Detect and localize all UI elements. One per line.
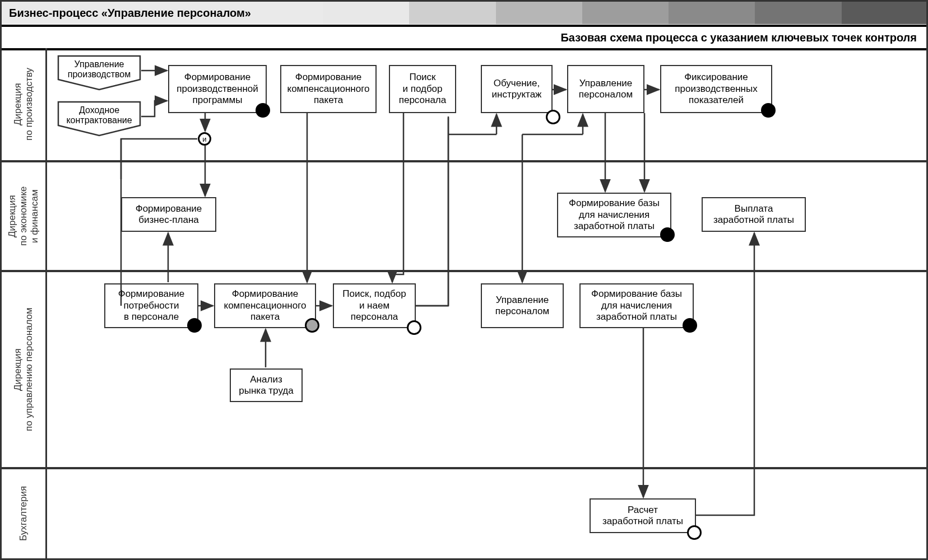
header-gradient: [323, 2, 928, 24]
node-hire: Поиск, подбори наемперсонала: [333, 283, 416, 328]
doc-text: Управлениепроизводством: [57, 59, 141, 80]
lane-label-accounting: Бухгалтерия: [2, 469, 45, 558]
lane-labels: Дирекцияпо производству Дирекцияпо эконо…: [0, 48, 47, 558]
node-payroll: Расчетзаработной платы: [590, 498, 696, 533]
node-form-program: Формированиепроизводственнойпрограммы: [168, 65, 267, 113]
diagram-header: Бизнес-процесс «Управление персоналом»: [0, 0, 928, 24]
node-biz-plan: Формированиебизнес-плана: [121, 197, 216, 232]
subheader-text: Базовая схема процесса с указанием ключе…: [560, 31, 917, 44]
control-point-black-icon: [761, 103, 776, 118]
node-mgmt-hr: Управлениеперсоналом: [481, 283, 564, 328]
control-point-black-icon: [660, 227, 675, 242]
lane-label-hr: Дирекцияпо управлению персоналом: [2, 272, 45, 467]
control-point-black-icon: [683, 318, 697, 333]
doc-production-mgmt: Управлениепроизводством: [57, 55, 141, 92]
node-payout: Выплатазаработной платы: [702, 197, 806, 232]
control-point-black-icon: [256, 103, 270, 118]
node-training: Обучение,инструктаж: [481, 65, 553, 113]
node-need: Формированиепотребностив персонале: [104, 283, 198, 328]
gateway-and-icon: и: [198, 132, 211, 146]
control-point-white-icon: [407, 320, 421, 335]
lane-label-production: Дирекцияпо производству: [2, 48, 45, 160]
control-point-black-icon: [187, 318, 202, 333]
header-title: Бизнес-процесс «Управление персоналом»: [0, 7, 323, 20]
node-fix-perf: Фиксированиепроизводственныхпоказателей: [660, 65, 772, 113]
node-search: Поиски подборперсонала: [389, 65, 456, 113]
doc-text: Доходноеконтрактование: [57, 105, 141, 126]
node-form-comp-hr: Формированиекомпенсационногопакета: [214, 283, 316, 328]
node-base-hr: Формирование базыдля начислениязаработно…: [579, 283, 694, 328]
control-point-white-icon: [687, 525, 702, 540]
swimlane-diagram: Бизнес-процесс «Управление персоналом» Б…: [0, 0, 928, 560]
lane-divider: [0, 270, 928, 272]
node-form-comp-top: Формированиекомпенсационногопакета: [280, 65, 377, 113]
lane-divider: [0, 467, 928, 469]
control-point-white-icon: [546, 110, 560, 124]
diagram-subheader: Базовая схема процесса с указанием ключе…: [0, 25, 928, 50]
lane-divider: [0, 160, 928, 162]
node-mgmt-top: Управлениеперсоналом: [567, 65, 644, 113]
node-base-fin: Формирование базыдля начислениязаработно…: [557, 193, 671, 237]
control-point-grey-icon: [305, 318, 319, 333]
doc-income-contract: Доходноеконтрактование: [57, 101, 141, 138]
node-analysis: Анализрынка труда: [230, 368, 303, 402]
gateway-label: и: [202, 135, 206, 143]
lane-label-economics: Дирекцияпо экономикеи финансам: [2, 162, 45, 270]
